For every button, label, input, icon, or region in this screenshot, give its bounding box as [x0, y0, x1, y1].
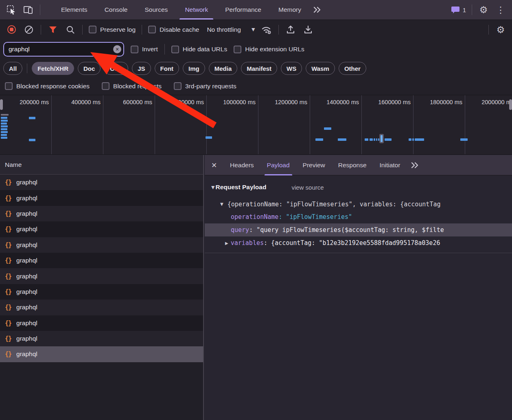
checkbox-box: [148, 26, 156, 33]
more-details-tabs-icon[interactable]: [409, 160, 420, 171]
chevron-down-icon: ▼: [252, 27, 255, 32]
name-column-header[interactable]: Name: [0, 155, 203, 175]
clear-filter-icon[interactable]: ✕: [113, 45, 121, 53]
payload-row[interactable]: ▶variables: {accountTag: "b12e3b2192ee55…: [205, 236, 512, 249]
hide-extension-urls-checkbox[interactable]: Hide extension URLs: [234, 46, 304, 53]
request-payload-title: Request Payload: [215, 184, 266, 191]
hide-data-urls-checkbox[interactable]: Hide data URLs: [171, 46, 227, 53]
filter-chip-img[interactable]: Img: [183, 62, 205, 75]
payload-row[interactable]: operationName: "ipFlowTimeseries": [205, 210, 512, 223]
filter-chip-all[interactable]: All: [3, 62, 22, 75]
payload-summary-text: {operationName: "ipFlowTimeseries", vari…: [228, 201, 441, 208]
table-row[interactable]: {}graphql: [0, 284, 203, 300]
table-row[interactable]: {}graphql: [0, 253, 203, 268]
tab-console[interactable]: Console: [96, 0, 136, 20]
waterfall-mark: [29, 117, 35, 119]
table-row[interactable]: {}graphql: [0, 221, 203, 237]
network-filter-input[interactable]: [3, 42, 124, 57]
blocked-requests-checkbox[interactable]: Blocked requests: [102, 82, 162, 90]
network-overview-timeline[interactable]: 200000 ms400000 ms600000 ms800000 ms1000…: [0, 95, 512, 155]
waterfall-mark: [1, 134, 7, 136]
details-tab-payload[interactable]: Payload: [260, 155, 296, 175]
clear-network-log-icon[interactable]: [23, 24, 35, 35]
device-toolbar-icon[interactable]: [23, 4, 34, 15]
details-tabs: HeadersPayloadPreviewResponseInitiator: [223, 155, 407, 175]
preserve-log-checkbox[interactable]: Preserve log: [89, 26, 136, 33]
table-row[interactable]: {}graphql: [0, 300, 203, 315]
import-har-icon[interactable]: [285, 24, 296, 35]
toolbar-divider: [278, 25, 279, 35]
throttling-select[interactable]: No throttling ▼: [205, 26, 255, 33]
table-row[interactable]: {}graphql: [0, 315, 203, 331]
requests-list: {}graphql{}graphql{}graphql{}graphql{}gr…: [0, 175, 203, 362]
request-name: graphql: [16, 319, 37, 327]
issues-button[interactable]: 1: [451, 6, 466, 14]
tab-memory[interactable]: Memory: [270, 0, 310, 20]
details-tab-headers[interactable]: Headers: [223, 155, 260, 175]
3rd-party-requests-checkbox[interactable]: 3rd-party requests: [174, 82, 236, 90]
toolbar-divider: [164, 44, 165, 55]
details-tab-response[interactable]: Response: [332, 155, 373, 175]
tab-elements[interactable]: Elements: [53, 0, 96, 20]
record-network-log-icon[interactable]: [6, 24, 17, 35]
network-conditions-icon[interactable]: [261, 24, 272, 35]
table-row[interactable]: {}graphql: [0, 331, 203, 346]
table-row[interactable]: {}graphql: [0, 346, 203, 362]
filter-chip-js[interactable]: JS: [132, 62, 151, 75]
kebab-menu-icon[interactable]: ⋮: [495, 4, 506, 15]
view-source-link[interactable]: view source: [291, 184, 324, 191]
collapse-triangle-icon: ▼: [220, 202, 223, 206]
checkbox-box: [102, 82, 109, 90]
settings-gear-icon[interactable]: ⚙: [478, 4, 489, 15]
payload-value: : "ipFlowTimeseries": [278, 213, 352, 221]
payload-row[interactable]: query: "query ipFlowTimeseries($accountT…: [205, 223, 512, 236]
filter-chip-ws[interactable]: WS: [281, 62, 302, 75]
filter-chip-font[interactable]: Font: [155, 62, 179, 75]
details-tab-preview[interactable]: Preview: [296, 155, 332, 175]
table-row[interactable]: {}graphql: [0, 175, 203, 190]
filter-chip-manifest[interactable]: Manifest: [241, 62, 277, 75]
invert-checkbox[interactable]: Invert: [131, 46, 158, 53]
overview-left-handle[interactable]: [0, 99, 3, 110]
filter-chip-fetch-xhr[interactable]: Fetch/XHR: [32, 62, 74, 75]
table-row[interactable]: {}graphql: [0, 206, 203, 221]
tab-performance[interactable]: Performance: [217, 0, 270, 20]
blocked-response-cookies-checkbox[interactable]: Blocked response cookies: [5, 82, 90, 90]
filter-chip-media[interactable]: Media: [209, 62, 238, 75]
tab-network[interactable]: Network: [176, 0, 217, 20]
network-settings-gear-icon[interactable]: ⚙: [495, 24, 506, 35]
close-details-icon[interactable]: ✕: [205, 161, 223, 169]
waterfall-mark: [1, 131, 8, 133]
filter-chip-css[interactable]: CSS: [104, 62, 128, 75]
more-tabs-icon[interactable]: [311, 4, 323, 15]
waterfall-mark: [460, 138, 468, 141]
filter-chip-wasm[interactable]: Wasm: [306, 62, 335, 75]
collapse-triangle-icon[interactable]: ▼: [211, 185, 214, 190]
request-name: graphql: [16, 335, 37, 342]
search-icon[interactable]: [65, 24, 76, 35]
payload-summary-row[interactable]: ▼ {operationName: "ipFlowTimeseries", va…: [205, 198, 512, 210]
json-request-icon: {}: [5, 257, 11, 264]
table-row[interactable]: {}graphql: [0, 268, 203, 284]
details-tab-initiator[interactable]: Initiator: [373, 155, 407, 175]
inspect-element-icon[interactable]: [6, 4, 17, 15]
request-name: graphql: [16, 225, 37, 233]
request-name: graphql: [16, 257, 37, 264]
expand-triangle-icon[interactable]: ▶: [225, 241, 228, 245]
request-name: graphql: [16, 273, 37, 280]
toolbar-divider: [472, 4, 472, 15]
overview-right-handle[interactable]: [509, 99, 512, 110]
name-column-label: Name: [5, 161, 22, 168]
chip-divider: [27, 63, 27, 73]
export-har-icon[interactable]: [302, 24, 314, 35]
filter-chip-doc[interactable]: Doc: [78, 62, 101, 75]
filter-icon[interactable]: [47, 24, 59, 35]
filter-chip-other[interactable]: Other: [339, 62, 366, 75]
payload-divider: [205, 253, 512, 253]
disable-cache-checkbox[interactable]: Disable cache: [148, 26, 199, 33]
tab-sources[interactable]: Sources: [136, 0, 177, 20]
table-row[interactable]: {}graphql: [0, 190, 203, 206]
table-row[interactable]: {}graphql: [0, 237, 203, 253]
timeline-tick-label: 800000 ms: [155, 95, 207, 154]
devtools-main-toolbar: ElementsConsoleSourcesNetworkPerformance…: [0, 0, 512, 20]
